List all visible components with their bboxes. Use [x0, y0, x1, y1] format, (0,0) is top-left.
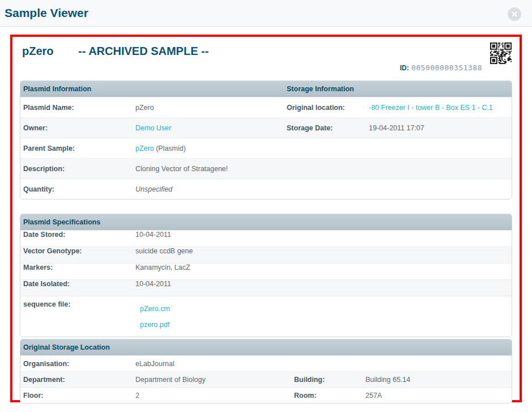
field-value: 257A	[365, 392, 382, 400]
plasmid-information-header: Plasmid Information	[20, 81, 284, 97]
field-label: Parent Sample:	[20, 145, 135, 152]
owner-link[interactable]: Demo User	[135, 124, 171, 132]
dialog-title: Sample Viewer	[5, 6, 88, 20]
field-label: Quantity:	[20, 185, 135, 193]
sample-id-value: 005000000351388	[411, 63, 482, 72]
field-value: 2	[135, 392, 139, 400]
table-row: Floor: 2 Room: 257A	[20, 387, 512, 403]
field-value: suicide ccdB gene	[135, 247, 193, 263]
sample-id-label: ID:	[400, 64, 409, 72]
table-row: Quantity: Unspecified	[20, 179, 512, 199]
field-value: Kanamycin, LacZ	[135, 264, 190, 279]
field-label: Room:	[291, 392, 365, 400]
field-value: pZero	[135, 104, 154, 112]
field-label: Date Stored:	[20, 231, 135, 247]
field-label: Original location:	[284, 104, 369, 112]
close-icon[interactable]: ✕	[508, 7, 521, 21]
field-label: Organisation:	[20, 360, 135, 368]
table-row: Plasmid Name: pZero Original location: -…	[20, 97, 512, 117]
plasmid-specifications-header: Plasmid Specifications	[20, 214, 512, 230]
table-row: Markers: Kanamycin, LacZ	[20, 263, 512, 279]
storage-information-header: Storage Information	[284, 81, 512, 97]
field-label: Description:	[20, 165, 135, 173]
field-label: Building:	[291, 376, 365, 384]
section-header-row: Plasmid Information Storage Information	[20, 81, 512, 97]
field-value: 10-04-2011	[135, 280, 171, 296]
dialog-titlebar: Sample Viewer ✕	[0, 0, 532, 27]
original-location-link[interactable]: -80 Freezer I - tower B - Box ES 1 - C.1	[369, 104, 493, 112]
table-row: Date Isolated: 10-04-2011	[20, 279, 512, 296]
field-value: 19-04-2011 17:07	[369, 124, 424, 132]
section-plasmid-specifications: Plasmid Specifications Date Stored: 10-0…	[20, 214, 512, 337]
sample-title-block: pZero -- ARCHIVED SAMPLE -- ID: 00500000…	[20, 39, 512, 80]
table-row: Parent Sample: pZero (Plasmid)	[20, 138, 512, 158]
table-row: sequence file: pZero.cm pzero.pdf	[20, 296, 512, 337]
parent-sample-link[interactable]: pZero	[135, 145, 154, 152]
field-value: 10-04-2011	[135, 231, 171, 247]
sequence-file-list: pZero.cm pzero.pdf	[135, 296, 170, 334]
sequence-file-link[interactable]: pzero.pdf	[140, 318, 170, 334]
original-storage-location-header: Original Storage Location	[20, 339, 512, 355]
archived-sample-panel: pZero -- ARCHIVED SAMPLE -- ID: 00500000…	[10, 35, 522, 402]
archived-banner: -- ARCHIVED SAMPLE --	[78, 45, 208, 58]
field-value: Unspecified	[135, 185, 172, 193]
table-row: Department: Department of Biology Buildi…	[20, 371, 512, 387]
table-row: Date Stored: 10-04-2011	[20, 230, 512, 247]
field-value: eLabJournal	[135, 360, 175, 368]
field-label: Owner:	[20, 124, 135, 132]
table-row: Owner: Demo User Storage Date: 19-04-201…	[20, 117, 512, 138]
field-label: Date Isolated:	[20, 280, 135, 296]
sequence-file-link[interactable]: pZero.cm	[140, 302, 170, 318]
section-original-storage-location: Original Storage Location Organisation: …	[20, 339, 512, 403]
field-label: Floor:	[20, 392, 135, 400]
sample-name: pZero	[22, 45, 54, 58]
field-label: sequence file:	[20, 296, 135, 308]
field-value: Cloning Vector of Stratagene!	[135, 165, 228, 173]
field-value: Building 65.14	[365, 376, 410, 384]
field-label: Storage Date:	[284, 124, 369, 132]
field-label: Markers:	[20, 264, 135, 279]
section-header-row: Original Storage Location	[20, 339, 512, 355]
field-label: Department:	[20, 376, 135, 384]
table-row: Vector Genotype: suicide ccdB gene	[20, 247, 512, 263]
field-value: Department of Biology	[135, 376, 206, 384]
field-value-suffix: (Plasmid)	[154, 145, 186, 152]
table-row: Organisation: eLabJournal	[20, 355, 512, 371]
section-header-row: Plasmid Specifications	[20, 214, 512, 230]
sample-id: ID: 005000000351388	[400, 62, 482, 73]
field-label: Plasmid Name:	[20, 104, 135, 112]
field-label: Vector Genotype:	[20, 247, 135, 263]
section-plasmid-information: Plasmid Information Storage Information …	[20, 80, 512, 199]
qr-code-icon	[490, 43, 512, 64]
table-row: Description: Cloning Vector of Stratagen…	[20, 158, 512, 179]
